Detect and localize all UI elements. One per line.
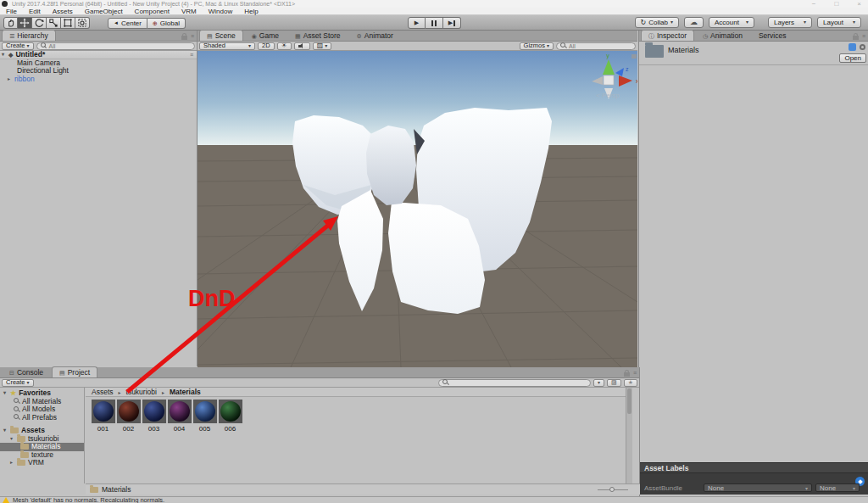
lighting-toggle-button[interactable]: ☀ bbox=[277, 42, 292, 50]
scene-panel: ▤ Scene ◉ Game ▦ Asset Store ⚙ Animator … bbox=[198, 31, 637, 367]
hand-tool-button[interactable] bbox=[3, 17, 18, 29]
search-icon bbox=[560, 42, 566, 49]
lock-icon[interactable] bbox=[181, 36, 187, 40]
pause-button[interactable] bbox=[426, 17, 443, 29]
2d-toggle-button[interactable]: 2D bbox=[258, 42, 275, 50]
tab-animation[interactable]: ◷ Animation bbox=[695, 30, 750, 41]
effects-dropdown[interactable]: ▨ ▾ bbox=[313, 42, 332, 50]
hierarchy-create-button[interactable]: Create ▾ bbox=[2, 42, 34, 50]
expand-closed-icon[interactable]: ▸ bbox=[6, 75, 12, 84]
close-button[interactable]: × bbox=[857, 0, 861, 8]
animation-tab-icon: ◷ bbox=[703, 31, 708, 42]
inspector-panel: ⓘ Inspector ◷ Animation Services ≡ Mater… bbox=[638, 31, 868, 496]
expand-open-icon[interactable]: ▾ bbox=[2, 389, 8, 398]
scene-menu-icon[interactable]: ≡ bbox=[190, 51, 193, 59]
cloud-button[interactable]: ☁ bbox=[684, 17, 704, 28]
assetbundle-variant-dropdown[interactable]: None ▾ bbox=[815, 483, 860, 492]
tab-scene[interactable]: ▤ Scene bbox=[199, 30, 243, 41]
search-icon bbox=[14, 406, 19, 413]
rotate-tool-button[interactable] bbox=[32, 17, 47, 29]
material-asset-001[interactable]: 001 bbox=[91, 400, 115, 433]
lock-icon[interactable] bbox=[624, 372, 630, 377]
layout-button[interactable]: Layout ▾ bbox=[817, 17, 861, 28]
expand-open-icon[interactable]: ▾ bbox=[0, 51, 6, 59]
gear-icon[interactable] bbox=[860, 44, 865, 50]
tab-hierarchy[interactable]: ☰ Hierarchy bbox=[2, 30, 56, 41]
layers-button[interactable]: Layers ▾ bbox=[768, 17, 812, 28]
project-create-button[interactable]: Create ▾ bbox=[2, 379, 34, 387]
tree-vrm[interactable]: ▸ VRM bbox=[0, 459, 84, 467]
rect-tool-button[interactable] bbox=[61, 17, 75, 29]
account-button[interactable]: Account ▾ bbox=[709, 17, 754, 28]
hierarchy-scene-row[interactable]: ▾ ◆ Untitled* ≡ bbox=[0, 51, 197, 59]
play-button[interactable]: ▶ bbox=[408, 17, 426, 29]
panel-menu-icon[interactable]: ≡ bbox=[191, 33, 194, 39]
tab-console[interactable]: ⊟ Console bbox=[2, 366, 51, 377]
pivot-center-button[interactable]: ◄ Center bbox=[108, 18, 147, 29]
search-by-label-button[interactable]: ▨ bbox=[607, 379, 621, 387]
hierarchy-search-input[interactable]: All bbox=[36, 42, 195, 50]
breadcrumb-assets[interactable]: Assets bbox=[92, 388, 114, 396]
tab-inspector[interactable]: ⓘ Inspector bbox=[641, 30, 694, 41]
menu-help[interactable]: Help bbox=[238, 8, 264, 15]
material-asset-003[interactable]: 003 bbox=[142, 400, 166, 433]
breadcrumb: Assets ▸ tsukuriobi ▸ Materials bbox=[86, 388, 632, 397]
breadcrumb-materials[interactable]: Materials bbox=[170, 388, 201, 396]
project-search-input[interactable] bbox=[438, 379, 591, 387]
search-by-type-button[interactable]: ▾ bbox=[593, 379, 604, 387]
persp-label[interactable]: < Persp bbox=[596, 92, 620, 99]
favorites-filter-button[interactable]: ★ bbox=[624, 379, 637, 387]
expand-open-icon[interactable]: ▾ bbox=[2, 427, 8, 435]
expand-closed-icon[interactable]: ▸ bbox=[8, 459, 14, 467]
tab-services[interactable]: Services bbox=[751, 30, 794, 41]
panel-menu-icon[interactable]: ≡ bbox=[633, 370, 637, 376]
minimize-button[interactable]: − bbox=[812, 0, 816, 8]
menu-component[interactable]: Component bbox=[129, 8, 175, 15]
panel-menu-icon[interactable]: ≡ bbox=[862, 33, 865, 39]
scale-tool-button[interactable] bbox=[47, 17, 61, 29]
scene-search-input[interactable]: All bbox=[556, 42, 636, 50]
hierarchy-item-ribbon[interactable]: ▸ ribbon bbox=[0, 75, 197, 84]
transform-tool-button[interactable] bbox=[75, 17, 90, 29]
collab-button[interactable]: ↻ Collab ▾ bbox=[635, 17, 679, 28]
maximize-button[interactable]: □ bbox=[834, 0, 838, 8]
scene-viewport[interactable]: y x z < Persp bbox=[198, 51, 637, 367]
pivot-global-button[interactable]: ⊕ Global bbox=[147, 18, 186, 29]
menu-gameobject[interactable]: GameObject bbox=[79, 8, 129, 15]
scene-name: Untitled* bbox=[15, 51, 45, 59]
menu-edit[interactable]: Edit bbox=[23, 8, 47, 15]
asset-icon[interactable] bbox=[849, 43, 856, 51]
material-asset-004[interactable]: 004 bbox=[167, 400, 192, 433]
menu-assets[interactable]: Assets bbox=[47, 8, 79, 15]
label-filter-icon: ▨ bbox=[611, 379, 617, 386]
move-tool-button[interactable] bbox=[18, 17, 32, 29]
material-asset-002[interactable]: 002 bbox=[116, 400, 141, 433]
lock-icon[interactable] bbox=[853, 36, 859, 40]
tree-all-prefabs[interactable]: All Prefabs bbox=[0, 414, 84, 422]
open-button[interactable]: Open bbox=[839, 53, 866, 63]
audio-toggle-button[interactable] bbox=[294, 42, 310, 50]
material-asset-006[interactable]: 006 bbox=[218, 400, 242, 433]
menu-file[interactable]: File bbox=[0, 8, 23, 15]
tab-game[interactable]: ◉ Game bbox=[244, 30, 287, 41]
tab-asset-store[interactable]: ▦ Asset Store bbox=[287, 30, 348, 41]
gizmos-dropdown[interactable]: Gizmos ▾ bbox=[520, 42, 554, 50]
menu-vrm[interactable]: VRM bbox=[175, 8, 203, 15]
shading-mode-dropdown[interactable]: Shaded ▾ bbox=[199, 42, 255, 50]
folder-icon bbox=[17, 460, 25, 466]
gizmo-center-cube[interactable] bbox=[604, 75, 614, 85]
material-asset-005[interactable]: 005 bbox=[192, 400, 217, 433]
step-button[interactable]: ▶ bbox=[443, 17, 461, 29]
menu-bar: File Edit Assets GameObject Component VR… bbox=[0, 8, 868, 15]
tab-animator[interactable]: ⚙ Animator bbox=[349, 30, 401, 41]
tab-project[interactable]: ▤ Project bbox=[52, 366, 97, 377]
window-title: Unity 2017.4.28f1 Personal (64bit) - Unt… bbox=[12, 1, 295, 7]
browser-scrollbar[interactable] bbox=[626, 388, 632, 483]
assetbundle-dropdown[interactable]: None ▾ bbox=[704, 483, 812, 492]
breadcrumb-tsukuriobi[interactable]: tsukuriobi bbox=[126, 388, 157, 396]
menu-window[interactable]: Window bbox=[203, 8, 238, 15]
status-bar[interactable]: Mesh 'default' has no normals. Recalcula… bbox=[0, 496, 868, 503]
thumbnail-size-slider[interactable] bbox=[598, 489, 628, 490]
expand-open-icon[interactable]: ▾ bbox=[8, 435, 14, 444]
x-axis-label: x bbox=[636, 78, 637, 84]
